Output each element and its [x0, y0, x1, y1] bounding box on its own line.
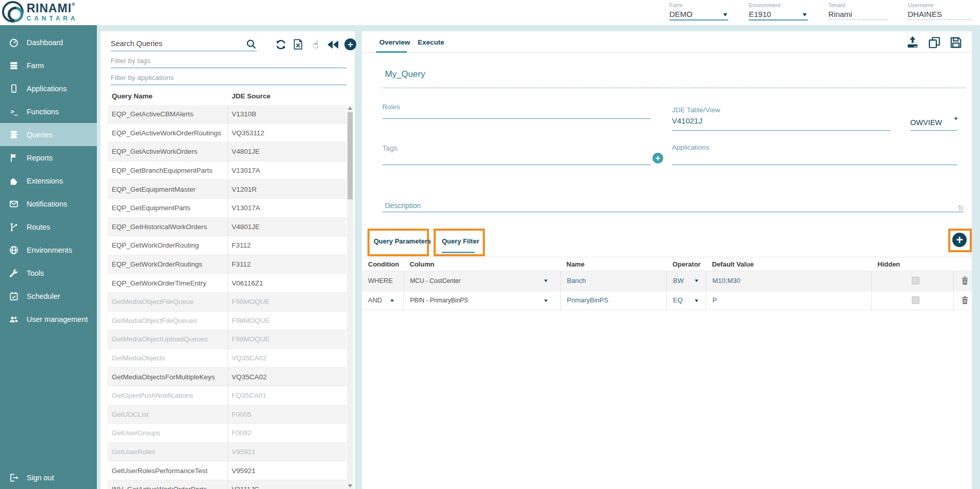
farm-select[interactable]: Farm DEMO — [669, 2, 728, 21]
filter-by-tags-input[interactable] — [111, 54, 346, 68]
refresh-icon[interactable] — [274, 38, 287, 51]
sidebar-item-tools[interactable]: Tools — [0, 261, 97, 284]
jde-table-view-input[interactable]: V41021J — [672, 116, 702, 125]
upload-icon[interactable] — [906, 35, 920, 49]
operator-select[interactable]: BW — [666, 271, 706, 291]
detail-tab-bar: Overview Execute — [362, 31, 972, 53]
textarea-resize-handle[interactable] — [958, 206, 964, 211]
trash-icon[interactable] — [960, 276, 970, 286]
query-row[interactable]: EQP_GetHistoricalWorkOrdersV4801JE — [108, 218, 346, 237]
select-hand-icon[interactable]: ☝ — [309, 38, 322, 51]
roles-input[interactable] — [382, 118, 651, 119]
query-list-scrollbar[interactable] — [347, 105, 353, 489]
hidden-checkbox[interactable] — [912, 296, 920, 304]
column-select[interactable]: MCU - CostCenter — [403, 271, 560, 291]
query-row[interactable]: GetMediaObjectFileQueuesF98MOQUE — [108, 312, 346, 331]
query-row[interactable]: INV_GetActiveWorkOrderPartsV3111JC — [108, 480, 346, 489]
copy-icon[interactable] — [927, 35, 941, 49]
tab-execute[interactable]: Execute — [418, 31, 444, 53]
query-row[interactable]: EQP_GetBranchEquipmentPartsV13017A — [108, 161, 346, 180]
query-row[interactable]: EQP_GetEquipmentMasterV1201R — [108, 180, 346, 199]
query-row[interactable]: EQP_GetActiveCBMAlertsV1310B — [108, 105, 346, 124]
column-header-query-name: Query Name — [112, 92, 232, 100]
sidebar-item-environments[interactable]: Environments — [0, 238, 97, 261]
tab-query-parameters[interactable]: Query Parameters — [374, 237, 431, 245]
sidebar-item-reports[interactable]: Reports — [0, 146, 97, 169]
sidebar-item-applications[interactable]: Applications — [0, 77, 97, 100]
name-input[interactable]: PrimaryBinPS — [560, 291, 666, 310]
add-tag-icon[interactable]: + — [652, 153, 663, 164]
hidden-cell — [871, 271, 953, 291]
condition-select[interactable]: AND — [362, 291, 403, 310]
tab-overview[interactable]: Overview — [379, 31, 410, 53]
add-filter-row-button[interactable]: + — [952, 233, 967, 247]
collapse-icon[interactable] — [326, 38, 339, 51]
query-row[interactable]: GetUserRolesPerformanceTestV95921 — [108, 461, 346, 480]
sidebar-item-routes[interactable]: Routes — [0, 215, 97, 238]
query-row[interactable]: EQP_GetWorkOrderRoutingF3112 — [108, 236, 346, 255]
export-excel-icon[interactable] — [292, 38, 304, 51]
tags-input[interactable] — [382, 165, 651, 165]
query-row[interactable]: GetMediaObjectsVQ35CA02 — [108, 349, 346, 368]
sidebar-item-notifications[interactable]: Notifications — [0, 192, 97, 215]
query-row[interactable]: EQP_GetEquipmentPartsV13017A — [108, 199, 346, 218]
query-row[interactable]: GetMediaObjectFileQueueF98MOQUE — [108, 293, 346, 312]
query-row[interactable]: GetMediaObjectUploadQueuesF98MOQUE — [108, 330, 346, 349]
sidebar-item-functions[interactable]: >_ Functions — [0, 100, 97, 123]
column-header-default-value: Default Value — [706, 260, 871, 268]
query-row[interactable]: EQP_GetWorkOrderTimeEntryV06116Z1 — [108, 274, 346, 293]
sidebar-item-sign-out[interactable]: Sign out — [0, 466, 97, 489]
query-name-underline — [381, 88, 966, 88]
sidebar-item-farm[interactable]: Farm — [0, 54, 97, 77]
column-select[interactable]: PBIN - PrimaryBinPS — [403, 291, 560, 310]
environment-select[interactable]: Environment E1910 — [749, 2, 808, 21]
query-row[interactable]: GetUDCListF0005 — [108, 405, 346, 424]
column-header-operator: Operator — [666, 260, 706, 268]
scroll-up-arrow-icon[interactable] — [348, 107, 352, 110]
environments-icon — [8, 244, 19, 256]
user-management-icon — [8, 314, 19, 325]
query-name-field[interactable]: My_Query — [385, 69, 425, 79]
query-row[interactable]: GetUserRolesV95921 — [108, 443, 346, 462]
sidebar-nav: Dashboard Farm Applications >_ Functions… — [0, 25, 97, 489]
query-row[interactable]: GetUserGroupsF0092 — [108, 424, 346, 443]
tenant-label: Tenant — [828, 2, 887, 8]
sidebar-item-queries[interactable]: Queries — [0, 123, 97, 146]
notifications-icon — [8, 198, 19, 210]
sidebar-label: Environments — [27, 246, 72, 254]
scrollbar-thumb[interactable] — [348, 112, 353, 199]
scroll-down-arrow-icon[interactable] — [348, 484, 352, 487]
sidebar-label: Reports — [27, 154, 53, 162]
hidden-checkbox[interactable] — [912, 277, 920, 284]
query-row[interactable]: EQP_GetActiveWorkOrderRoutingsVQ353112 — [108, 124, 346, 143]
query-row[interactable]: EQP_GetActiveWorkOrdersV4801JE — [108, 142, 346, 161]
query-table-body: EQP_GetActiveCBMAlertsV1310B EQP_GetActi… — [108, 105, 355, 489]
queries-icon — [8, 129, 19, 140]
scheduler-icon — [8, 291, 19, 302]
applications-input[interactable] — [672, 165, 957, 165]
query-row[interactable]: GetMediaObjectsForMultipleKeysVQ35CA02 — [108, 368, 346, 386]
chevron-down-icon — [723, 13, 727, 16]
view-type-select[interactable]: OWVIEW — [910, 118, 942, 127]
trash-icon[interactable] — [960, 295, 970, 305]
sidebar-item-dashboard[interactable]: Dashboard — [0, 31, 97, 54]
sidebar-item-user-management[interactable]: User management — [0, 308, 97, 331]
add-query-icon[interactable]: + — [344, 38, 357, 51]
default-value-input[interactable]: M10;M30 — [706, 271, 871, 291]
query-row[interactable]: GetOpenPushNotificationsFQ35CA01 — [108, 386, 346, 405]
default-value-input[interactable]: P — [706, 291, 871, 310]
username-label: Username — [908, 2, 972, 8]
sidebar-item-extensions[interactable]: Extensions — [0, 169, 97, 192]
operator-select[interactable]: EQ — [666, 291, 706, 310]
description-input[interactable] — [382, 212, 964, 212]
query-row[interactable]: EQP_GetWorkOrderRoutingsF3112 — [108, 255, 346, 274]
tab-query-filter[interactable]: Query Filter — [442, 237, 479, 245]
save-icon[interactable] — [949, 35, 963, 49]
name-input[interactable]: Banch — [560, 271, 666, 291]
tools-icon — [8, 268, 19, 279]
search-queries-input[interactable] — [111, 37, 257, 51]
sidebar-item-scheduler[interactable]: Scheduler — [0, 284, 97, 308]
filter-by-applications-input[interactable] — [111, 71, 346, 85]
search-icon — [246, 38, 257, 52]
logo-icon — [2, 1, 24, 23]
